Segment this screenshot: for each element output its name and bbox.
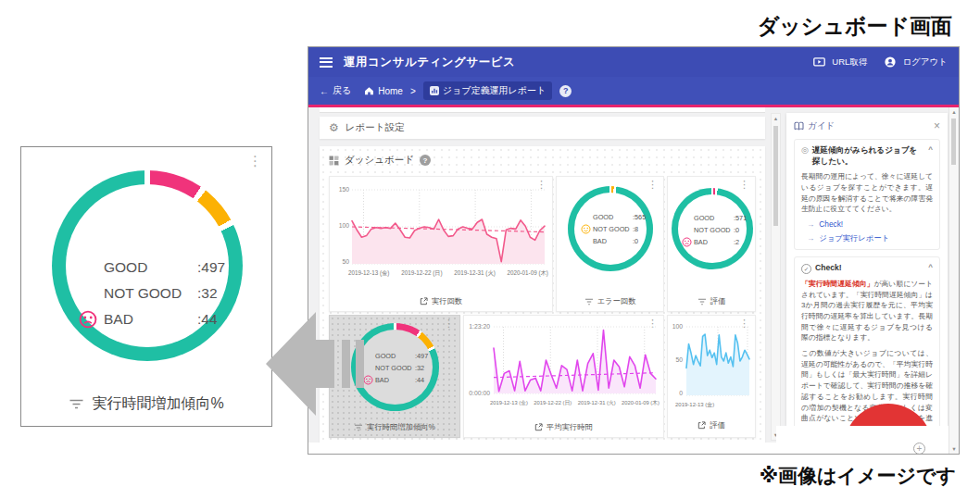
filter-icon	[69, 397, 84, 411]
close-icon[interactable]: ×	[934, 119, 940, 132]
add-button[interactable]: +	[913, 443, 925, 454]
content-scrollbar[interactable]: ▲ ▼	[771, 113, 781, 441]
scroll-up-icon[interactable]: ▲	[949, 109, 959, 115]
guide-book-icon	[794, 121, 804, 131]
collapsed-panel-edge	[320, 107, 765, 113]
report-icon	[430, 86, 439, 95]
dashboard-title: ダッシュボード	[345, 154, 414, 167]
dashboard-help-icon[interactable]: ?	[420, 155, 431, 166]
breadcrumb-current[interactable]: ジョブ定義運用レポート	[423, 81, 552, 100]
zoom-callout-arrow-icon	[262, 308, 366, 419]
guide-link-job-report[interactable]: → ジョブ実行レポート	[807, 233, 933, 243]
exec-count-card[interactable]: ⋮ 150 100 50 2019-12-13 (金) 2019-12-22 (…	[329, 176, 553, 312]
hamburger-menu-icon[interactable]	[320, 57, 333, 68]
breadcrumb: ← 戻る Home > ジョブ定義運用レポート ?	[308, 77, 959, 105]
kebab-menu-icon[interactable]: ⋮	[647, 180, 658, 190]
account-icon[interactable]	[885, 56, 896, 68]
kebab-menu-icon[interactable]: ⋮	[739, 180, 749, 190]
logout-button[interactable]: ログアウト	[902, 56, 948, 69]
scroll-up-icon[interactable]: ▲	[772, 116, 780, 121]
kebab-menu-icon[interactable]: ⋮	[444, 318, 454, 329]
kebab-menu-icon[interactable]: ⋮	[536, 180, 547, 190]
footer-bar	[308, 443, 949, 454]
scrollbar-thumb[interactable]	[951, 119, 956, 165]
back-button[interactable]: ← 戻る	[320, 84, 351, 97]
monitor-icon[interactable]	[813, 57, 825, 68]
guide-section-delay: ◎ 遅延傾向がみられるジョブを探したい。 ^ 長期間の運用によって、徐々に遅延し…	[794, 139, 940, 250]
filter-icon[interactable]	[354, 423, 363, 432]
help-icon[interactable]: ?	[559, 85, 572, 97]
rating-donut-card[interactable]: ⋮ GOOD:571 NOT GOOD:0 BAD:2	[667, 176, 756, 312]
filter-icon[interactable]	[584, 297, 594, 306]
breadcrumb-separator: >	[410, 86, 416, 96]
callout-trend-card: ⋮ GOOD:497 NOT GOOD:32 BAD:44 実行時間増加傾向%	[20, 146, 272, 427]
collapse-icon[interactable]: ^	[928, 263, 933, 274]
filter-icon[interactable]	[697, 297, 707, 306]
smile-face-icon	[581, 224, 591, 234]
dashboard-panel: ダッシュボード ? ⋮ 150 100 50 2019-12-13 (金) 20…	[320, 146, 765, 443]
avg-exec-time-card[interactable]: ⋮ 1:23:20 0:00:00 2019-12-13 (金) 2019-12…	[463, 315, 664, 438]
gear-icon: ⚙	[329, 121, 339, 134]
main-content: ⚙ レポート設定 ダッシュボード ? ⋮ 150 100 50 2019-12-…	[308, 107, 959, 454]
scrollbar-thumb[interactable]	[773, 126, 778, 226]
scroll-down-icon[interactable]: ▼	[949, 446, 959, 452]
link-arrow-icon: →	[807, 233, 814, 243]
guide-panel: ガイド × ◎ 遅延傾向がみられるジョブを探したい。 ^ 長期間の運用によって、…	[786, 113, 948, 426]
guide-link-check[interactable]: → Check!	[807, 219, 933, 229]
export-icon[interactable]	[697, 421, 706, 430]
sad-face-icon	[79, 310, 97, 329]
report-settings-bar[interactable]: ⚙ レポート設定	[320, 117, 765, 139]
window-scrollbar[interactable]: ▲ ▼	[949, 107, 959, 454]
guide-section-check: ✓ Check! ^ 「実行時間遅延傾向」が高い順にソートされています。「実行時…	[794, 256, 940, 426]
exec-count-chart	[352, 190, 545, 264]
rating-line-card[interactable]: ⋮ 100 50 0 2019-12-13 (金) 評価	[667, 315, 756, 438]
image-disclaimer: ※画像はイメージです	[760, 463, 956, 489]
error-count-card[interactable]: ⋮ GOOD:565 NOT GOOD:8 BAD:0	[556, 176, 664, 312]
avg-exec-time-chart	[494, 327, 656, 393]
home-icon	[364, 86, 374, 95]
rating-line-chart	[686, 327, 749, 395]
collapse-icon[interactable]: ^	[928, 145, 933, 167]
kebab-menu-icon[interactable]: ⋮	[248, 154, 262, 168]
sad-face-icon	[682, 237, 692, 247]
back-arrow-icon: ←	[320, 86, 329, 96]
dashboard-grid-icon	[329, 156, 339, 166]
app-title: 運用コンサルティングサービス	[344, 55, 515, 70]
guide-title: ガイド	[808, 120, 835, 132]
check-circle-icon: ✓	[801, 264, 811, 274]
export-icon[interactable]	[420, 297, 428, 306]
bullet-circle-icon: ◎	[801, 145, 809, 167]
page-title: ダッシュボード画面	[758, 12, 952, 41]
breadcrumb-home[interactable]: Home	[364, 86, 403, 96]
link-arrow-icon: →	[807, 219, 814, 229]
app-header: 運用コンサルティングサービス URL取得 ログアウト	[308, 47, 959, 77]
app-window: 運用コンサルティングサービス URL取得 ログアウト ← 戻る Home >	[308, 46, 960, 455]
export-icon[interactable]	[534, 423, 543, 431]
get-url-button[interactable]: URL取得	[832, 56, 867, 69]
